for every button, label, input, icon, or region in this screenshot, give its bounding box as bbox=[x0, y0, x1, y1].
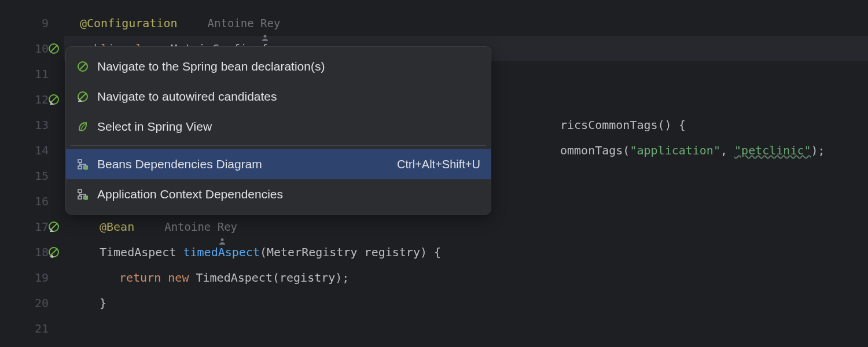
svg-line-7 bbox=[50, 249, 57, 256]
method-name: timedAspect bbox=[183, 245, 260, 259]
line-number: 10 bbox=[35, 42, 49, 56]
line-number: 9 bbox=[42, 16, 49, 30]
spring-autowire-icon[interactable] bbox=[47, 93, 60, 106]
string: "application" bbox=[630, 143, 720, 157]
author-name: Antoine Rey bbox=[164, 220, 237, 233]
punct: ); bbox=[811, 143, 825, 157]
popup-label: Application Context Dependencies bbox=[97, 187, 480, 201]
line-number: 20 bbox=[35, 296, 49, 310]
punct: ) { bbox=[420, 245, 441, 259]
author-hint: Antoine Rey bbox=[152, 220, 237, 233]
code-fragment: ommonTags( bbox=[560, 143, 630, 157]
punct: ( bbox=[260, 245, 267, 259]
svg-line-3 bbox=[50, 96, 57, 103]
user-icon bbox=[195, 19, 204, 28]
author-hint: Antoine Rey bbox=[195, 17, 281, 29]
line-number: 21 bbox=[35, 322, 49, 335]
popup-label: Navigate to the Spring bean declaration(… bbox=[97, 60, 480, 73]
svg-point-9 bbox=[220, 238, 223, 241]
spring-autowire-icon[interactable] bbox=[47, 220, 60, 233]
spring-bean-icon bbox=[76, 60, 89, 73]
spring-bean-icon[interactable] bbox=[47, 42, 60, 55]
line-number: 15 bbox=[35, 169, 49, 183]
line-number: 19 bbox=[35, 271, 49, 285]
punct: (registry); bbox=[273, 271, 349, 285]
svg-rect-15 bbox=[78, 166, 82, 169]
line-number: 13 bbox=[35, 118, 49, 132]
svg-line-11 bbox=[79, 63, 86, 70]
line-number: 12 bbox=[35, 93, 49, 106]
gutter-popup: Navigate to the Spring bean declaration(… bbox=[65, 46, 491, 215]
popup-item-navigate-autowired[interactable]: Navigate to autowired candidates bbox=[66, 82, 491, 112]
code-fragment: ricsCommonTags() { bbox=[560, 118, 686, 132]
popup-shortcut: Ctrl+Alt+Shift+U bbox=[397, 158, 480, 171]
svg-rect-19 bbox=[78, 196, 82, 199]
diagram-icon bbox=[76, 188, 89, 201]
svg-rect-18 bbox=[78, 190, 82, 193]
popup-separator bbox=[71, 145, 486, 146]
line-number: 11 bbox=[35, 67, 49, 81]
svg-line-13 bbox=[79, 93, 86, 100]
line-number: 18 bbox=[35, 245, 49, 259]
param: registry bbox=[358, 245, 420, 259]
gutter: 9 10 11 12 13 14 15 16 17 18 bbox=[0, 0, 64, 347]
popup-item-select-spring-view[interactable]: Select in Spring View bbox=[66, 112, 491, 142]
line-number: 17 bbox=[35, 220, 49, 234]
string: "petclinic" bbox=[734, 143, 811, 157]
keyword: new bbox=[168, 271, 189, 285]
svg-point-21 bbox=[84, 197, 88, 200]
annotation: @Configuration bbox=[80, 16, 178, 30]
popup-item-context-deps[interactable]: Application Context Dependencies bbox=[66, 179, 491, 209]
popup-label: Navigate to autowired candidates bbox=[97, 90, 480, 104]
popup-label: Select in Spring View bbox=[97, 120, 480, 134]
popup-item-beans-diagram[interactable]: Beans Dependencies Diagram Ctrl+Alt+Shif… bbox=[66, 149, 491, 179]
popup-item-navigate-bean[interactable]: Navigate to the Spring bean declaration(… bbox=[66, 51, 491, 82]
line-number: 14 bbox=[35, 143, 49, 157]
svg-line-1 bbox=[50, 45, 57, 52]
user-icon bbox=[152, 222, 161, 231]
type-name: TimedAspect bbox=[100, 245, 176, 259]
annotation: @Bean bbox=[100, 220, 134, 234]
svg-point-8 bbox=[263, 35, 266, 38]
diagram-icon bbox=[76, 158, 89, 171]
svg-point-17 bbox=[84, 167, 88, 170]
line-number: 16 bbox=[35, 194, 49, 208]
type-name: MeterRegistry bbox=[267, 245, 358, 259]
author-name: Antoine Rey bbox=[208, 17, 281, 29]
svg-line-5 bbox=[50, 223, 57, 230]
svg-rect-14 bbox=[78, 160, 82, 163]
spring-bean-nav-icon[interactable] bbox=[47, 246, 60, 259]
type-name: TimedAspect bbox=[196, 271, 272, 285]
keyword: return bbox=[119, 271, 161, 285]
punct: } bbox=[100, 296, 106, 310]
spring-autowire-icon bbox=[76, 90, 89, 103]
spring-leaf-icon bbox=[76, 120, 89, 133]
popup-label: Beans Dependencies Diagram bbox=[97, 157, 389, 171]
punct: , bbox=[720, 143, 734, 157]
